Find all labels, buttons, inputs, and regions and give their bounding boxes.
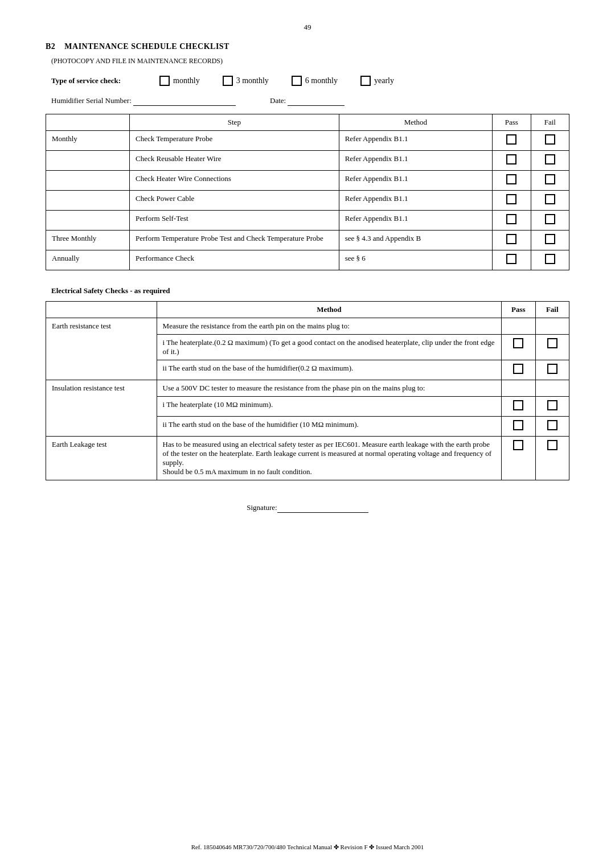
- table-row: Check Power Cable Refer Appendix B1.1: [46, 191, 569, 211]
- check-option-monthly[interactable]: monthly: [159, 76, 200, 86]
- table-row: Check Heater Wire Connections Refer Appe…: [46, 171, 569, 191]
- title-text: Maintenance Schedule Checklist: [64, 42, 229, 51]
- header-category: [46, 114, 130, 131]
- fail-check-2[interactable]: [531, 151, 569, 171]
- signature-row: Signature:: [46, 503, 569, 513]
- pass-insulation-1: [502, 380, 535, 397]
- method-b1-1: Refer Appendix B1.1: [339, 131, 493, 151]
- label-6monthly: 6 monthly: [305, 76, 338, 85]
- fail-check-6[interactable]: [531, 231, 569, 250]
- header-method: Method: [339, 114, 493, 131]
- service-check-row: Type of service check: monthly 3 monthly…: [51, 76, 569, 86]
- check-option-6monthly[interactable]: 6 monthly: [292, 76, 338, 86]
- pass-check-6[interactable]: [493, 231, 531, 250]
- pass-check-3[interactable]: [493, 171, 531, 191]
- method-b1-4: Refer Appendix B1.1: [339, 191, 493, 211]
- fail-check-4[interactable]: [531, 191, 569, 211]
- table-row: Check Reusable Heater Wire Refer Appendi…: [46, 151, 569, 171]
- elec-header-test: [46, 302, 157, 318]
- section-b2: B2: [46, 42, 55, 51]
- fail-insulation-2[interactable]: [535, 397, 569, 417]
- pass-earth-1: [502, 318, 535, 335]
- elec-header-method: Method: [157, 302, 501, 318]
- step-check-power-cable: Check Power Cable: [130, 191, 339, 211]
- electrical-title: Electrical Safety Checks - as required: [51, 286, 569, 295]
- category-three-monthly: Three Monthly: [46, 231, 130, 250]
- pass-leakage[interactable]: [502, 437, 535, 480]
- step-check-temp-probe: Check Temperature Probe: [130, 131, 339, 151]
- insulation-method-3: ii The earth stud on the base of the hum…: [157, 417, 501, 437]
- pass-check-1[interactable]: [493, 131, 531, 151]
- checkbox-6monthly[interactable]: [292, 76, 302, 86]
- elec-row-earth-1: Earth resistance test Measure the resist…: [46, 318, 569, 335]
- pass-check-5[interactable]: [493, 211, 531, 231]
- insulation-method-2: i The heaterplate (10 MΩ minimum).: [157, 397, 501, 417]
- checkbox-yearly[interactable]: [360, 76, 371, 86]
- header-step: Step: [130, 114, 339, 131]
- checkbox-monthly[interactable]: [159, 76, 170, 86]
- label-monthly: monthly: [173, 76, 200, 85]
- footer: Ref. 185040646 MR730/720/700/480 Technic…: [0, 844, 615, 851]
- step-check-heater-wire: Check Reusable Heater Wire: [130, 151, 339, 171]
- fail-check-3[interactable]: [531, 171, 569, 191]
- pass-check-7[interactable]: [493, 250, 531, 270]
- fail-leakage[interactable]: [535, 437, 569, 480]
- category-empty-1: [46, 151, 130, 171]
- label-3monthly: 3 monthly: [236, 76, 269, 85]
- fail-insulation-1: [535, 380, 569, 397]
- service-check-label: Type of service check:: [51, 76, 142, 85]
- pass-earth-2[interactable]: [502, 335, 535, 360]
- test-earth-resistance: Earth resistance test: [46, 318, 157, 380]
- fail-earth-3[interactable]: [535, 360, 569, 380]
- header-fail: Fail: [531, 114, 569, 131]
- elec-header-pass: Pass: [502, 302, 535, 318]
- label-yearly: yearly: [374, 76, 394, 85]
- earth-method-1: Measure the resistance from the earth pi…: [157, 318, 501, 335]
- method-b1-2: Refer Appendix B1.1: [339, 151, 493, 171]
- elec-row-leakage: Earth Leakage test Has to be measured us…: [46, 437, 569, 480]
- section-title: B2 Maintenance Schedule Checklist: [46, 42, 569, 51]
- step-check-wire-connections: Check Heater Wire Connections: [130, 171, 339, 191]
- fail-earth-2[interactable]: [535, 335, 569, 360]
- pass-earth-3[interactable]: [502, 360, 535, 380]
- category-empty-2: [46, 171, 130, 191]
- category-annually: Annually: [46, 250, 130, 270]
- check-option-yearly[interactable]: yearly: [360, 76, 394, 86]
- pass-insulation-2[interactable]: [502, 397, 535, 417]
- pass-check-4[interactable]: [493, 191, 531, 211]
- pass-check-2[interactable]: [493, 151, 531, 171]
- serial-date-row: Humidifier Serial Number: Date:: [51, 96, 569, 106]
- step-temp-probe-test: Perform Temperature Probe Test and Check…: [130, 231, 339, 250]
- earth-method-3: ii The earth stud on the base of the hum…: [157, 360, 501, 380]
- table-row: Monthly Check Temperature Probe Refer Ap…: [46, 131, 569, 151]
- page-number: 49: [46, 23, 569, 32]
- fail-insulation-3[interactable]: [535, 417, 569, 437]
- elec-row-insulation-1: Insulation resistance test Use a 500V DC…: [46, 380, 569, 397]
- fail-earth-1: [535, 318, 569, 335]
- serial-number-field: Humidifier Serial Number:: [51, 96, 236, 106]
- test-earth-leakage: Earth Leakage test: [46, 437, 157, 480]
- fail-check-5[interactable]: [531, 211, 569, 231]
- fail-check-7[interactable]: [531, 250, 569, 270]
- fail-check-1[interactable]: [531, 131, 569, 151]
- check-option-3monthly[interactable]: 3 monthly: [223, 76, 269, 86]
- earth-method-2: i The heaterplate.(0.2 Ω maximum) (To ge…: [157, 335, 501, 360]
- main-table: Step Method Pass Fail Monthly Check Temp…: [46, 114, 569, 270]
- insulation-method-1: Use a 500V DC tester to measure the resi…: [157, 380, 501, 397]
- header-pass: Pass: [493, 114, 531, 131]
- method-b1-3: Refer Appendix B1.1: [339, 171, 493, 191]
- photocopy-note: (PHOTOCOPY AND FILE IN MAINTENANCE RECOR…: [51, 57, 569, 65]
- method-sec6: see § 6: [339, 250, 493, 270]
- signature-label: Signature:: [247, 503, 277, 512]
- category-empty-4: [46, 211, 130, 231]
- date-field: Date:: [270, 96, 345, 106]
- table-row: Annually Performance Check see § 6: [46, 250, 569, 270]
- category-monthly: Monthly: [46, 131, 130, 151]
- checkbox-3monthly[interactable]: [223, 76, 233, 86]
- category-empty-3: [46, 191, 130, 211]
- elec-header-fail: Fail: [535, 302, 569, 318]
- leakage-method: Has to be measured using an electrical s…: [157, 437, 501, 480]
- table-row: Perform Self-Test Refer Appendix B1.1: [46, 211, 569, 231]
- pass-insulation-3[interactable]: [502, 417, 535, 437]
- method-b1-5: Refer Appendix B1.1: [339, 211, 493, 231]
